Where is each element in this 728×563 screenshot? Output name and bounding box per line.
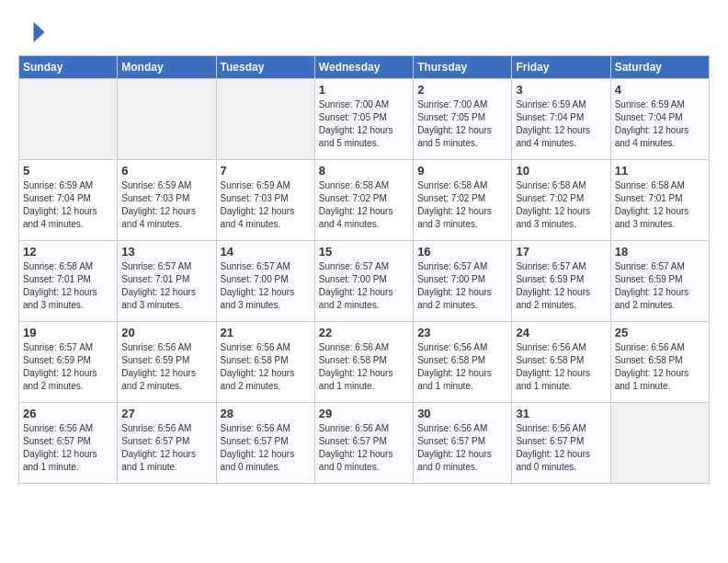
- day-info: Sunrise: 6:56 AMSunset: 6:57 PMDaylight:…: [23, 422, 113, 474]
- day-number: 17: [516, 245, 606, 259]
- day-info: Sunrise: 6:56 AMSunset: 6:58 PMDaylight:…: [417, 341, 507, 393]
- day-number: 24: [516, 326, 606, 339]
- day-info: Sunrise: 6:57 AMSunset: 7:01 PMDaylight:…: [121, 260, 211, 312]
- day-info: Sunrise: 6:59 AMSunset: 7:04 PMDaylight:…: [516, 98, 606, 150]
- calendar-cell: 23Sunrise: 6:56 AMSunset: 6:58 PMDayligh…: [414, 322, 512, 403]
- day-info: Sunrise: 7:00 AMSunset: 7:05 PMDaylight:…: [417, 98, 507, 150]
- day-number: 8: [319, 164, 409, 178]
- calendar-cell: 22Sunrise: 6:56 AMSunset: 6:58 PMDayligh…: [314, 322, 413, 403]
- calendar-cell: 26Sunrise: 6:56 AMSunset: 6:57 PMDayligh…: [19, 403, 118, 484]
- calendar-cell: 1Sunrise: 7:00 AMSunset: 7:05 PMDaylight…: [314, 79, 413, 160]
- calendar-cell: 20Sunrise: 6:56 AMSunset: 6:59 PMDayligh…: [118, 322, 216, 403]
- day-number: 31: [516, 407, 606, 420]
- calendar-cell: 24Sunrise: 6:56 AMSunset: 6:58 PMDayligh…: [512, 322, 610, 403]
- day-info: Sunrise: 6:59 AMSunset: 7:03 PMDaylight:…: [121, 179, 211, 231]
- day-info: Sunrise: 6:57 AMSunset: 7:00 PMDaylight:…: [221, 260, 311, 312]
- day-info: Sunrise: 6:56 AMSunset: 6:59 PMDaylight:…: [121, 341, 211, 393]
- day-number: 6: [121, 164, 211, 178]
- day-number: 16: [417, 245, 507, 259]
- calendar-cell: 16Sunrise: 6:57 AMSunset: 7:00 PMDayligh…: [414, 241, 512, 322]
- calendar-week-row: 26Sunrise: 6:56 AMSunset: 6:57 PMDayligh…: [19, 403, 710, 484]
- day-info: Sunrise: 6:56 AMSunset: 6:57 PMDaylight:…: [319, 422, 409, 474]
- weekday-header: Sunday: [19, 56, 118, 79]
- day-info: Sunrise: 6:57 AMSunset: 6:59 PMDaylight:…: [516, 260, 606, 312]
- day-number: 4: [615, 83, 705, 97]
- calendar-cell: 12Sunrise: 6:58 AMSunset: 7:01 PMDayligh…: [19, 241, 118, 322]
- page-header: [18, 18, 710, 46]
- calendar-table: SundayMondayTuesdayWednesdayThursdayFrid…: [18, 55, 710, 484]
- calendar-cell: 17Sunrise: 6:57 AMSunset: 6:59 PMDayligh…: [512, 241, 610, 322]
- day-number: 19: [23, 326, 113, 339]
- day-info: Sunrise: 6:57 AMSunset: 7:00 PMDaylight:…: [417, 260, 507, 312]
- calendar-cell: 7Sunrise: 6:59 AMSunset: 7:03 PMDaylight…: [216, 160, 314, 241]
- day-info: Sunrise: 6:56 AMSunset: 6:57 PMDaylight:…: [121, 422, 211, 474]
- day-number: 7: [221, 164, 311, 178]
- calendar-cell: [118, 79, 216, 160]
- calendar-cell: 6Sunrise: 6:59 AMSunset: 7:03 PMDaylight…: [118, 160, 216, 241]
- weekday-header: Tuesday: [216, 56, 314, 79]
- day-number: 29: [319, 407, 409, 420]
- logo-icon: [18, 18, 46, 46]
- day-number: 21: [221, 326, 311, 339]
- calendar-cell: 28Sunrise: 6:56 AMSunset: 6:57 PMDayligh…: [216, 403, 314, 484]
- calendar-cell: 25Sunrise: 6:56 AMSunset: 6:58 PMDayligh…: [610, 322, 709, 403]
- calendar-cell: 5Sunrise: 6:59 AMSunset: 7:04 PMDaylight…: [19, 160, 118, 241]
- day-info: Sunrise: 6:56 AMSunset: 6:58 PMDaylight:…: [516, 341, 606, 393]
- weekday-header: Saturday: [610, 56, 709, 79]
- calendar-cell: 14Sunrise: 6:57 AMSunset: 7:00 PMDayligh…: [216, 241, 314, 322]
- calendar-cell: 4Sunrise: 6:59 AMSunset: 7:04 PMDaylight…: [610, 79, 709, 160]
- day-number: 26: [23, 407, 113, 420]
- day-info: Sunrise: 6:56 AMSunset: 6:57 PMDaylight:…: [516, 422, 606, 474]
- day-info: Sunrise: 6:58 AMSunset: 7:02 PMDaylight:…: [516, 179, 606, 231]
- calendar-cell: 30Sunrise: 6:56 AMSunset: 6:57 PMDayligh…: [414, 403, 512, 484]
- day-number: 14: [221, 245, 311, 259]
- calendar-cell: [19, 79, 118, 160]
- day-number: 3: [516, 83, 606, 97]
- day-info: Sunrise: 6:57 AMSunset: 7:00 PMDaylight:…: [319, 260, 409, 312]
- day-number: 18: [615, 245, 705, 259]
- calendar-cell: [610, 403, 709, 484]
- day-number: 13: [121, 245, 211, 259]
- calendar-cell: 10Sunrise: 6:58 AMSunset: 7:02 PMDayligh…: [512, 160, 610, 241]
- day-number: 27: [121, 407, 211, 420]
- day-number: 30: [417, 407, 507, 420]
- day-info: Sunrise: 7:00 AMSunset: 7:05 PMDaylight:…: [319, 98, 409, 150]
- day-info: Sunrise: 6:58 AMSunset: 7:02 PMDaylight:…: [417, 179, 507, 231]
- day-info: Sunrise: 6:58 AMSunset: 7:01 PMDaylight:…: [615, 179, 705, 231]
- day-info: Sunrise: 6:57 AMSunset: 6:59 PMDaylight:…: [615, 260, 705, 312]
- weekday-header: Wednesday: [314, 56, 413, 79]
- day-info: Sunrise: 6:59 AMSunset: 7:04 PMDaylight:…: [615, 98, 705, 150]
- calendar-cell: 8Sunrise: 6:58 AMSunset: 7:02 PMDaylight…: [314, 160, 413, 241]
- calendar-cell: 2Sunrise: 7:00 AMSunset: 7:05 PMDaylight…: [414, 79, 512, 160]
- day-number: 22: [319, 326, 409, 339]
- calendar-week-row: 1Sunrise: 7:00 AMSunset: 7:05 PMDaylight…: [19, 79, 710, 160]
- logo: [18, 18, 50, 46]
- calendar-cell: 29Sunrise: 6:56 AMSunset: 6:57 PMDayligh…: [314, 403, 413, 484]
- day-number: 15: [319, 245, 409, 259]
- calendar-week-row: 19Sunrise: 6:57 AMSunset: 6:59 PMDayligh…: [19, 322, 710, 403]
- day-number: 1: [319, 83, 409, 97]
- weekday-header: Friday: [512, 56, 610, 79]
- day-number: 9: [417, 164, 507, 178]
- weekday-header: Thursday: [414, 56, 512, 79]
- day-number: 5: [23, 164, 113, 178]
- weekday-header-row: SundayMondayTuesdayWednesdayThursdayFrid…: [19, 56, 710, 79]
- day-number: 25: [615, 326, 705, 339]
- calendar-cell: 15Sunrise: 6:57 AMSunset: 7:00 PMDayligh…: [314, 241, 413, 322]
- calendar-week-row: 12Sunrise: 6:58 AMSunset: 7:01 PMDayligh…: [19, 241, 710, 322]
- day-number: 28: [221, 407, 311, 420]
- calendar-cell: 19Sunrise: 6:57 AMSunset: 6:59 PMDayligh…: [19, 322, 118, 403]
- day-number: 11: [615, 164, 705, 178]
- day-info: Sunrise: 6:59 AMSunset: 7:03 PMDaylight:…: [221, 179, 311, 231]
- day-info: Sunrise: 6:58 AMSunset: 7:01 PMDaylight:…: [23, 260, 113, 312]
- weekday-header: Monday: [118, 56, 216, 79]
- day-number: 12: [23, 245, 113, 259]
- day-number: 2: [417, 83, 507, 97]
- day-number: 20: [121, 326, 211, 339]
- day-number: 23: [417, 326, 507, 339]
- calendar-cell: 18Sunrise: 6:57 AMSunset: 6:59 PMDayligh…: [610, 241, 709, 322]
- calendar-cell: 9Sunrise: 6:58 AMSunset: 7:02 PMDaylight…: [414, 160, 512, 241]
- calendar-cell: 27Sunrise: 6:56 AMSunset: 6:57 PMDayligh…: [118, 403, 216, 484]
- day-info: Sunrise: 6:56 AMSunset: 6:58 PMDaylight:…: [615, 341, 705, 393]
- calendar-cell: 11Sunrise: 6:58 AMSunset: 7:01 PMDayligh…: [610, 160, 709, 241]
